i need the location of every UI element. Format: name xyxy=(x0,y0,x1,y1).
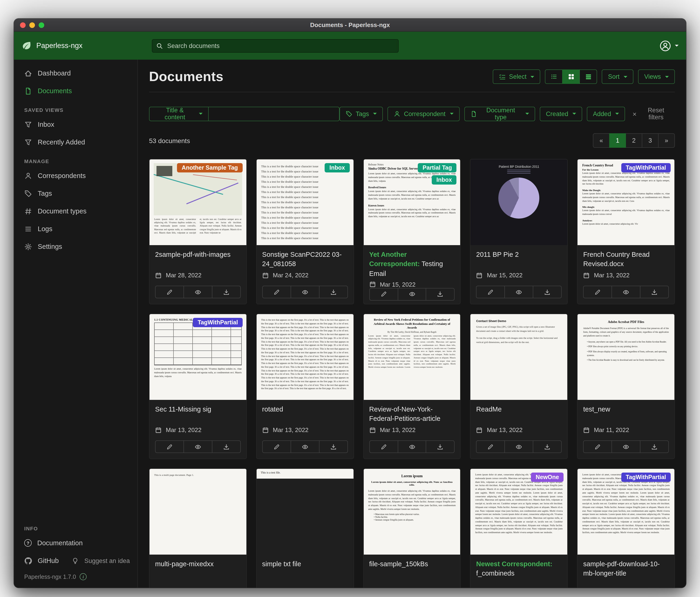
added-filter-button[interactable]: Added xyxy=(587,106,625,121)
edit-button[interactable] xyxy=(476,286,505,298)
tags-filter-button[interactable]: Tags xyxy=(339,106,383,121)
view-button[interactable] xyxy=(398,288,426,301)
pagination-page-1[interactable]: 1 xyxy=(609,133,626,148)
document-thumbnail[interactable]: French Country BreadFor the Lesson:Lorem… xyxy=(577,159,674,245)
sidebar-item-github[interactable]: GitHub xyxy=(14,552,69,570)
edit-button[interactable] xyxy=(262,286,291,298)
sidebar-item-correspondents[interactable]: Correspondents xyxy=(14,167,138,185)
tag-pill[interactable]: TagWithPartial xyxy=(621,473,671,482)
pagination-next[interactable]: » xyxy=(658,133,675,148)
download-button[interactable] xyxy=(533,440,562,453)
document-thumbnail[interactable]: This is a test for the double space char… xyxy=(257,159,353,245)
minimize-button[interactable] xyxy=(29,22,35,28)
view-button[interactable] xyxy=(291,440,319,453)
reset-filters-button[interactable]: × Reset filters xyxy=(630,106,675,121)
pagination-prev[interactable]: « xyxy=(593,133,610,148)
document-title[interactable]: 2sample-pdf-with-images xyxy=(155,250,241,269)
document-title[interactable]: rotated xyxy=(262,405,348,424)
document-type-filter-button[interactable]: Document type xyxy=(464,106,535,121)
title-content-input[interactable] xyxy=(209,106,340,121)
document-title[interactable]: test_new xyxy=(583,405,669,424)
pagination-page-2[interactable]: 2 xyxy=(625,133,642,148)
edit-button[interactable] xyxy=(155,286,184,298)
edit-button[interactable] xyxy=(369,288,398,301)
correspondent-link[interactable]: Yet Another Correspondent: xyxy=(369,251,420,268)
document-thumbnail[interactable]: Lorem ipsum dolor sit amet, consectetur … xyxy=(150,159,246,245)
zoom-button[interactable] xyxy=(39,22,44,28)
sort-button[interactable]: Sort xyxy=(602,69,634,84)
edit-button[interactable] xyxy=(583,286,612,298)
document-title[interactable]: Sec 11-Missing sig xyxy=(155,405,241,424)
download-button[interactable] xyxy=(319,440,348,453)
pagination-page-3[interactable]: 3 xyxy=(642,133,658,148)
tag-pill[interactable]: TagWithPartial xyxy=(621,163,671,172)
document-title[interactable]: simple txt file xyxy=(262,559,348,578)
view-button[interactable] xyxy=(183,286,212,298)
user-menu[interactable] xyxy=(659,40,679,51)
app-logo[interactable]: Paperless-ngx xyxy=(21,41,152,51)
views-button[interactable]: Views xyxy=(638,69,675,84)
document-thumbnail[interactable]: Lorem ipsum dolor sit amet, consectetur … xyxy=(471,469,568,555)
correspondent-filter-button[interactable]: Correspondent xyxy=(388,106,459,121)
tag-pill[interactable]: NewOne xyxy=(531,473,564,482)
document-title[interactable]: Review-of-New-York-Federal-Petitions-art… xyxy=(369,405,455,424)
tag-pill[interactable]: Partial Tag xyxy=(418,163,457,172)
document-title[interactable]: ReadMe xyxy=(476,405,562,424)
close-button[interactable] xyxy=(20,22,26,28)
view-button[interactable] xyxy=(505,440,533,453)
document-thumbnail[interactable]: Contact Sheet DemoGiven a set of image f… xyxy=(471,314,568,400)
document-title[interactable]: French Country Bread Revised.docx xyxy=(583,250,669,269)
document-title[interactable]: file-sample_150kBs xyxy=(369,559,455,578)
document-thumbnail[interactable]: Review of New York Federal Petitions for… xyxy=(364,314,460,400)
select-button[interactable]: Select xyxy=(493,69,541,84)
download-button[interactable] xyxy=(640,440,669,453)
document-thumbnail[interactable]: This is a test file. xyxy=(257,469,353,555)
edit-button[interactable] xyxy=(369,440,398,453)
title-content-filter-button[interactable]: Title & content xyxy=(149,106,209,121)
document-thumbnail[interactable]: 1.1 CONTINUING MEDICAL EDUCATIONLorem ip… xyxy=(150,314,246,400)
view-button[interactable] xyxy=(291,286,319,298)
sidebar-item-inbox[interactable]: Inbox xyxy=(14,116,138,133)
created-filter-button[interactable]: Created xyxy=(540,106,582,121)
document-title[interactable]: sample-pdf-download-10-mb-longer-title xyxy=(583,559,669,578)
sidebar-item-documents[interactable]: Documents xyxy=(14,82,138,100)
sidebar-item-suggest-idea[interactable]: Suggest an idea xyxy=(69,552,140,570)
tag-pill[interactable]: Inbox xyxy=(432,175,457,185)
info-icon[interactable]: i xyxy=(80,573,86,580)
sidebar-item-document-types[interactable]: Document types xyxy=(14,202,138,220)
download-button[interactable] xyxy=(319,286,348,298)
sidebar-item-logs[interactable]: Logs xyxy=(14,220,138,238)
edit-button[interactable] xyxy=(262,440,291,453)
tag-pill[interactable]: Another Sample Tag xyxy=(177,163,243,172)
document-thumbnail[interactable]: This is the text that appears on the fir… xyxy=(257,314,353,400)
view-list-button[interactable] xyxy=(580,69,597,84)
sidebar-item-tags[interactable]: Tags xyxy=(14,185,138,202)
view-grid-button[interactable] xyxy=(562,69,580,84)
document-title[interactable]: Yet Another Correspondent: Testing Email xyxy=(369,250,455,278)
document-thumbnail[interactable]: Lorem ipsum dolor sit amet, consectetur … xyxy=(577,469,674,555)
tag-pill[interactable]: TagWithPartial xyxy=(193,318,243,327)
view-button[interactable] xyxy=(183,440,212,453)
document-thumbnail[interactable]: Adobe Acrobat PDF FilesAdobe® Portable D… xyxy=(577,314,674,400)
document-title[interactable]: multi-page-mixedxx xyxy=(155,559,241,578)
edit-button[interactable] xyxy=(155,440,184,453)
view-details-button[interactable] xyxy=(545,69,563,84)
sidebar-item-settings[interactable]: Settings xyxy=(14,238,138,255)
sidebar-item-documentation[interactable]: ? Documentation xyxy=(14,534,138,552)
download-button[interactable] xyxy=(426,440,455,453)
document-thumbnail[interactable]: Patient BP Distribution 2011 xyxy=(471,159,568,245)
download-button[interactable] xyxy=(533,286,562,298)
correspondent-link[interactable]: Newest Correspondent: xyxy=(476,560,552,568)
edit-button[interactable] xyxy=(476,440,505,453)
download-button[interactable] xyxy=(212,286,241,298)
sidebar-item-recently-added[interactable]: Recently Added xyxy=(14,133,138,151)
download-button[interactable] xyxy=(640,286,669,298)
view-button[interactable] xyxy=(505,286,533,298)
document-title[interactable]: Sonstige ScanPC2022 03-24_081058 xyxy=(262,250,348,269)
search-input[interactable] xyxy=(152,39,399,52)
edit-button[interactable] xyxy=(583,440,612,453)
document-title[interactable]: Newest Correspondent: f_combineds xyxy=(476,559,562,578)
download-button[interactable] xyxy=(212,440,241,453)
download-button[interactable] xyxy=(426,288,455,301)
document-thumbnail[interactable]: This is a multi page document. Page 1. xyxy=(150,469,246,555)
